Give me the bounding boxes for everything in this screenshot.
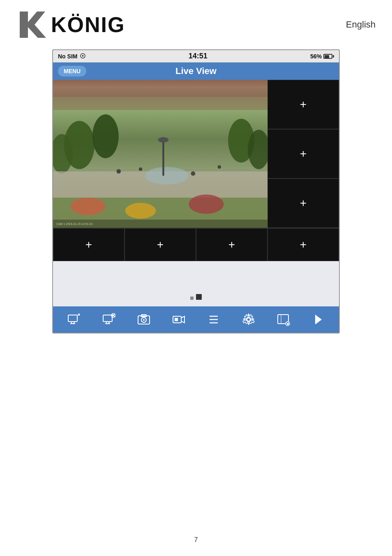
svg-point-12: [189, 195, 224, 214]
add-camera-2-icon: +: [300, 147, 307, 160]
bottom-camera-row: + + + +: [53, 228, 339, 261]
page-dot-2: [196, 294, 202, 300]
nav-bar: MENU Live View: [53, 63, 339, 80]
battery-percent: 56%: [310, 53, 322, 60]
camera-grid: CAM 1 2024-01-15 14:51:23 + + +: [53, 80, 339, 228]
svg-rect-20: [68, 315, 77, 322]
add-camera-1-icon: +: [300, 98, 307, 111]
nav-title: Live View: [175, 66, 217, 76]
list-button[interactable]: [205, 310, 223, 329]
add-camera-bottom-3-icon: +: [228, 238, 235, 251]
svg-point-13: [145, 167, 189, 185]
camera-scene: CAM 1 2024-01-15 14:51:23: [53, 80, 267, 228]
settings-icon: [242, 313, 255, 326]
scene-overlay: CAM 1 2024-01-15 14:51:23: [53, 220, 267, 228]
svg-point-4: [92, 114, 119, 158]
page-dot-1: [190, 297, 194, 300]
record-button[interactable]: [170, 310, 188, 329]
side-cells: + + +: [267, 80, 339, 129]
bottom-cell-3[interactable]: +: [196, 228, 267, 261]
add-camera-bottom-4-icon: +: [300, 238, 307, 251]
page-indicator-area: [53, 261, 339, 306]
status-bar: No SIM ☉ 14:51 56%: [53, 50, 339, 63]
svg-rect-41: [175, 318, 178, 321]
logo-k-icon: [16, 8, 49, 41]
bottom-cell-2[interactable]: +: [125, 228, 196, 261]
side-cell-1[interactable]: +: [267, 80, 339, 129]
record-icon: [172, 313, 185, 326]
svg-point-11: [125, 203, 156, 218]
svg-point-19: [218, 165, 221, 169]
svg-rect-26: [103, 315, 112, 322]
bottom-cell-4[interactable]: +: [267, 228, 339, 261]
fullscreen-button[interactable]: [274, 310, 293, 329]
svg-point-16: [116, 169, 121, 174]
settings-button[interactable]: [240, 310, 258, 329]
delete-camera2-button[interactable]: [100, 310, 118, 329]
delete-camera-icon: [67, 313, 81, 326]
scene-watermark: CAM 1 2024-01-15 14:51:23: [56, 222, 92, 225]
delete-camera-button[interactable]: [65, 310, 83, 329]
wifi-icon: ☉: [80, 52, 85, 60]
svg-marker-0: [20, 12, 46, 38]
status-time: 14:51: [189, 52, 208, 60]
svg-marker-55: [315, 315, 322, 324]
status-left: No SIM ☉: [58, 52, 85, 60]
add-camera-3-icon: +: [300, 197, 307, 210]
next-button[interactable]: [309, 310, 327, 329]
snapshot-icon: [137, 313, 150, 326]
header: KÖNIG English: [0, 0, 392, 45]
buildings-bg: [53, 80, 267, 104]
logo-text: KÖNIG: [51, 12, 125, 37]
menu-button[interactable]: MENU: [58, 66, 86, 76]
arrow-right-icon: [314, 313, 323, 326]
list-icon: [207, 313, 220, 326]
svg-point-18: [191, 171, 196, 176]
svg-marker-40: [181, 316, 184, 323]
svg-point-10: [71, 198, 106, 215]
logo: KÖNIG: [16, 8, 125, 41]
no-sim-label: No SIM: [58, 53, 77, 60]
fullscreen-icon: [277, 313, 290, 326]
side-cell-3[interactable]: +: [267, 178, 339, 228]
phone-frame: No SIM ☉ 14:51 56% MENU Live View: [52, 49, 340, 334]
bottom-cell-1[interactable]: +: [53, 228, 125, 261]
toolbar: [53, 306, 339, 333]
add-camera-bottom-2-icon: +: [157, 238, 164, 251]
delete-camera2-icon: [102, 313, 115, 326]
side-cell-2[interactable]: +: [267, 129, 339, 178]
svg-point-37: [143, 319, 145, 321]
page-number: 7: [194, 536, 198, 544]
svg-point-15: [158, 137, 169, 143]
status-right: 56%: [310, 53, 334, 60]
svg-rect-14: [162, 141, 164, 176]
main-camera-feed[interactable]: CAM 1 2024-01-15 14:51:23: [53, 80, 267, 228]
language-label: English: [346, 19, 376, 30]
svg-marker-48: [244, 318, 254, 321]
add-camera-bottom-1-icon: +: [85, 238, 92, 251]
snapshot-button[interactable]: [135, 310, 153, 329]
battery-icon: [323, 54, 334, 59]
svg-point-17: [139, 167, 143, 171]
